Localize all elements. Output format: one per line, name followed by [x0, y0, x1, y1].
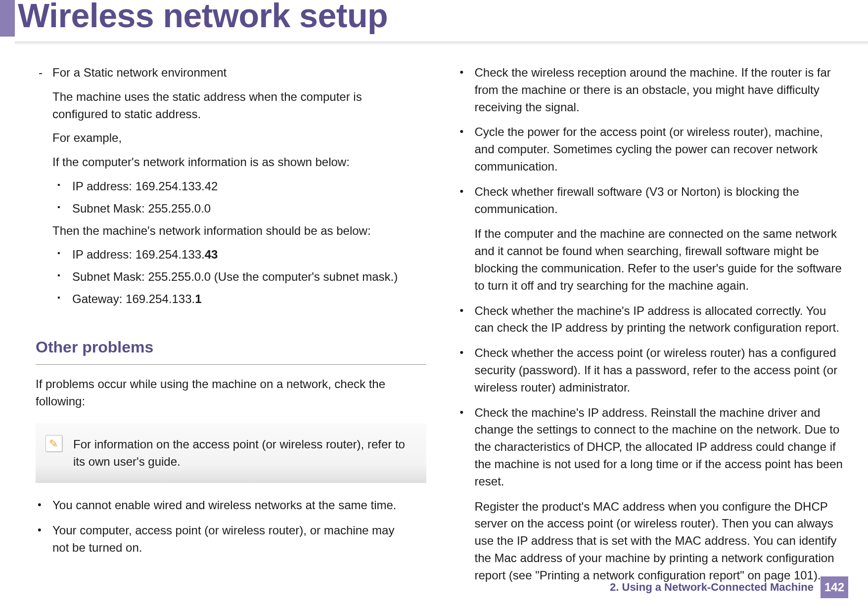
problem-bullet-ip-allocated: Check whether the machine's IP address i… [458, 303, 845, 337]
problem-bullet-ap-security: Check whether the access point (or wirel… [458, 345, 845, 396]
problem-bullet-firewall: Check whether firewall software (V3 or N… [458, 183, 845, 218]
problem-firewall-detail: If the computer and the machine are conn… [458, 225, 845, 294]
for-example-label: For example, [36, 130, 411, 147]
machine-gateway-item: Gateway: 169.254.133.1 [36, 291, 411, 308]
computer-info-intro: If the computer's network information is… [36, 154, 411, 171]
problem-bullet-wired-wireless: You cannot enable wired and wireless net… [36, 497, 411, 514]
section-divider [36, 364, 426, 365]
machine-gateway-prefix: Gateway: 169.254.133. [72, 292, 195, 306]
problem-bullet-cycle-power: Cycle the power for the access point (or… [458, 124, 845, 175]
machine-subnet-item: Subnet Mask: 255.255.0.0 (Use the comput… [36, 268, 411, 286]
static-env-desc: The machine uses the static address when… [36, 88, 411, 123]
problem-bullet-ip-reinstall: Check the machine's IP address. Reinstal… [458, 404, 845, 490]
problem-bullet-power: Your computer, access point (or wireless… [36, 522, 411, 557]
computer-ip-item: IP address: 169.254.133.42 [36, 178, 411, 195]
note-text: For information on the access point (or … [73, 436, 416, 471]
header-divider [15, 42, 868, 45]
right-column: Check the wireless reception around the … [434, 64, 868, 569]
other-problems-intro: If problems occur while using the machin… [36, 376, 411, 410]
header-accent-bar [0, 0, 15, 37]
machine-info-intro: Then the machine's network information s… [36, 222, 411, 240]
document-page: Wireless network setup For a Static netw… [0, 0, 868, 613]
left-column: For a Static network environment The mac… [0, 64, 434, 569]
computer-subnet-item: Subnet Mask: 255.255.0.0 [36, 200, 411, 218]
machine-ip-item: IP address: 169.254.133.43 [36, 246, 411, 263]
page-title: Wireless network setup [18, 0, 388, 35]
page-footer: 2. Using a Network-Connected Machine 142 [610, 576, 848, 598]
problem-mac-detail: Register the product's MAC address when … [458, 498, 845, 584]
footer-page-number: 142 [821, 576, 848, 598]
note-icon [46, 435, 62, 452]
machine-gateway-suffix: 1 [195, 292, 201, 306]
problem-bullet-reception: Check the wireless reception around the … [458, 64, 845, 116]
footer-chapter: 2. Using a Network-Connected Machine [610, 581, 814, 594]
page-header: Wireless network setup [0, 0, 868, 44]
note-callout: For information on the access point (or … [36, 423, 426, 483]
machine-ip-suffix: 43 [205, 248, 218, 261]
machine-ip-prefix: IP address: 169.254.133. [72, 248, 205, 261]
static-env-heading: For a Static network environment [36, 64, 411, 82]
content-columns: For a Static network environment The mac… [0, 64, 868, 569]
other-problems-heading: Other problems [36, 336, 411, 358]
